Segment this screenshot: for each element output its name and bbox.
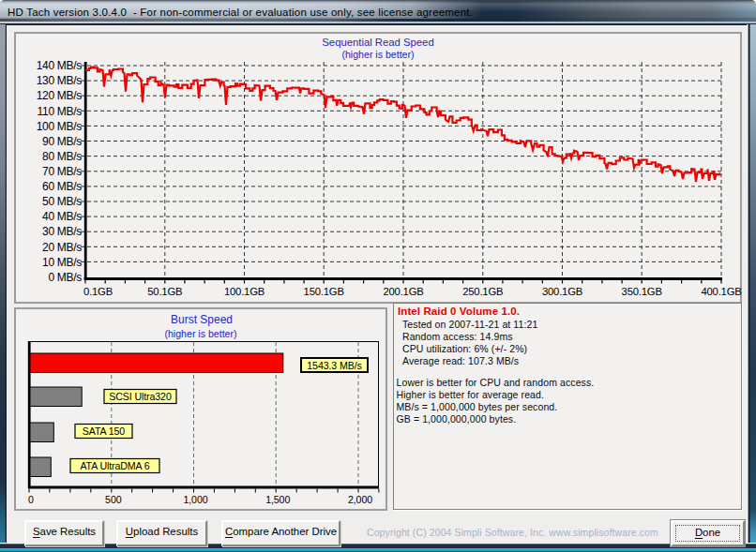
svg-text:300.1GB: 300.1GB [542, 286, 582, 297]
svg-text:100 MB/s: 100 MB/s [37, 120, 83, 133]
svg-text:SCSI Ultra320: SCSI Ultra320 [109, 391, 172, 402]
svg-text:200.1GB: 200.1GB [383, 286, 423, 297]
svg-text:40 MB/s: 40 MB/s [42, 210, 82, 223]
svg-text:1543.3 MB/s: 1543.3 MB/s [307, 360, 361, 371]
svg-text:50.1GB: 50.1GB [147, 286, 182, 297]
svg-text:70 MB/s: 70 MB/s [42, 165, 82, 178]
svg-text:30 MB/s: 30 MB/s [42, 225, 82, 238]
svg-text:250.1GB: 250.1GB [462, 286, 503, 297]
svg-text:150.1GB: 150.1GB [304, 286, 344, 297]
svg-text:2,000: 2,000 [348, 494, 372, 505]
svg-text:60 MB/s: 60 MB/s [42, 180, 82, 193]
svg-text:500: 500 [105, 494, 122, 505]
svg-text:0 MB/s: 0 MB/s [48, 271, 82, 284]
svg-text:350.1GB: 350.1GB [622, 286, 662, 297]
svg-text:130 MB/s: 130 MB/s [37, 74, 83, 87]
svg-text:100.1GB: 100.1GB [224, 286, 265, 297]
svg-text:SATA 150: SATA 150 [83, 425, 126, 437]
svg-text:ATA UltraDMA 6: ATA UltraDMA 6 [80, 460, 149, 471]
svg-text:10 MB/s: 10 MB/s [42, 256, 82, 269]
svg-text:1,500: 1,500 [265, 494, 290, 505]
svg-text:140 MB/s: 140 MB/s [37, 59, 83, 72]
svg-text:50 MB/s: 50 MB/s [42, 195, 82, 208]
svg-text:0.1GB: 0.1GB [83, 286, 113, 297]
svg-text:110 MB/s: 110 MB/s [38, 105, 83, 118]
svg-text:120 MB/s: 120 MB/s [37, 89, 83, 102]
svg-text:0: 0 [28, 494, 34, 505]
svg-text:90 MB/s: 90 MB/s [42, 135, 82, 148]
svg-text:80 MB/s: 80 MB/s [42, 150, 82, 163]
svg-text:1,000: 1,000 [183, 494, 207, 505]
svg-text:400.1GB: 400.1GB [701, 286, 741, 297]
svg-text:20 MB/s: 20 MB/s [42, 241, 82, 254]
